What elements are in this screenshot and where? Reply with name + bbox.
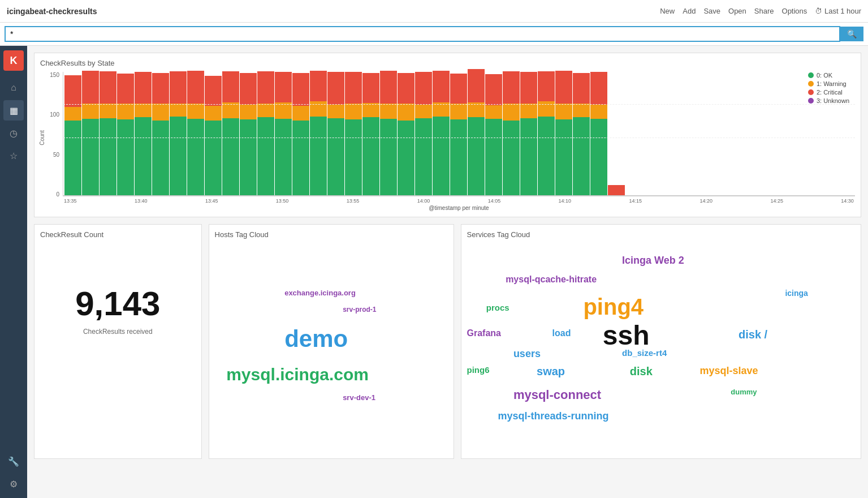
- sidebar-item-favorites[interactable]: ☆: [3, 145, 24, 166]
- bar-critical: [310, 71, 327, 102]
- tag-item[interactable]: mysql-threads-running: [498, 410, 608, 422]
- tag-item[interactable]: db_size-rt4: [622, 348, 667, 358]
- chart-title: CheckResults by State: [40, 59, 855, 67]
- tag-item[interactable]: procs: [486, 303, 509, 312]
- share-button[interactable]: Share: [754, 7, 774, 15]
- bar-critical: [380, 71, 397, 104]
- bar-ok: [415, 118, 432, 196]
- bar-group: [398, 73, 414, 196]
- tag-item[interactable]: load: [552, 328, 571, 338]
- legend-ok-label: 0: OK: [817, 72, 832, 79]
- search-input[interactable]: [5, 26, 840, 42]
- legend-unknown-label: 3: Unknown: [817, 97, 849, 104]
- bar-ok: [538, 117, 555, 196]
- bar-ok: [485, 119, 502, 196]
- hosts-title: Hosts Tag Cloud: [215, 230, 448, 239]
- open-button[interactable]: Open: [728, 7, 746, 15]
- bar-critical: [433, 71, 450, 102]
- tag-item[interactable]: ssh: [603, 320, 650, 351]
- legend-unknown-dot: [808, 98, 814, 104]
- bar-ok: [100, 118, 116, 196]
- searchbar: 🔍: [0, 23, 868, 46]
- tag-item[interactable]: srv-dev-1: [343, 393, 375, 402]
- count-label: CheckResults received: [40, 328, 196, 336]
- bar-ok: [362, 117, 379, 196]
- bar-warning: [64, 107, 81, 121]
- bar-group: [415, 72, 432, 196]
- services-title: Services Tag Cloud: [467, 230, 856, 239]
- bar-group: [362, 73, 379, 196]
- y-axis-title: Count: [39, 130, 45, 145]
- tag-item[interactable]: mysql-slave: [699, 365, 758, 377]
- sidebar-item-home[interactable]: ⌂: [3, 78, 24, 98]
- tag-item[interactable]: mysql-qcache-hitrate: [506, 274, 597, 285]
- bar-group: [555, 71, 572, 196]
- bar-critical: [187, 71, 204, 104]
- bar-ok: [310, 117, 327, 196]
- legend-ok-dot: [808, 72, 814, 78]
- bar-ok: [117, 119, 134, 196]
- bar-group: [590, 72, 607, 196]
- options-button[interactable]: Options: [782, 7, 807, 15]
- bar-warning: [468, 102, 485, 118]
- x-axis-label: @timestamp per minute: [63, 205, 855, 211]
- tag-item[interactable]: swap: [537, 365, 565, 378]
- sidebar: ⌂ ▦ ◷ ☆ 🔧 ⚙: [0, 46, 27, 498]
- bar-warning: [450, 104, 467, 119]
- tag-item[interactable]: exchange.icinga.org: [284, 289, 356, 297]
- tag-item[interactable]: ping6: [467, 365, 490, 375]
- tag-item[interactable]: Grafana: [467, 328, 501, 338]
- y-tick-50: 50: [53, 152, 59, 158]
- bar-warning: [205, 106, 222, 120]
- bar-ok: [205, 121, 222, 196]
- legend-ok: 0: OK: [808, 72, 849, 79]
- bar-group: [310, 71, 327, 196]
- bar-critical: [503, 71, 520, 104]
- bar-critical: [415, 72, 432, 104]
- bar-ok: [573, 117, 590, 196]
- count-title: CheckResult Count: [40, 230, 196, 239]
- bar-critical: [100, 71, 116, 104]
- timerange-button[interactable]: ⏱ Last 1 hour: [815, 7, 861, 15]
- bar-warning: [275, 102, 292, 119]
- bar-critical: [205, 76, 222, 106]
- sidebar-item-settings[interactable]: ⚙: [3, 474, 24, 494]
- tag-item[interactable]: demo: [284, 325, 348, 353]
- tag-item[interactable]: icinga: [785, 289, 807, 298]
- bar-group: [187, 71, 204, 196]
- topbar-actions: New Add Save Open Share Options ⏱ Last 1…: [660, 7, 861, 15]
- add-button[interactable]: Add: [683, 7, 696, 15]
- app-logo[interactable]: [3, 50, 24, 71]
- bar-warning: [362, 103, 379, 117]
- tag-item[interactable]: users: [513, 348, 541, 360]
- new-button[interactable]: New: [660, 7, 675, 15]
- hosts-tag-cloud: exchange.icinga.orgsrv-prod-1demomysql.i…: [215, 243, 448, 453]
- tag-item[interactable]: ping4: [583, 294, 644, 320]
- search-button[interactable]: 🔍: [840, 27, 863, 41]
- bar-ok: [345, 119, 362, 196]
- tag-item[interactable]: Icinga Web 2: [622, 255, 684, 267]
- x-axis: 13:35 13:40 13:45 13:50 13:55 14:00 14:0…: [63, 196, 855, 204]
- tag-item[interactable]: disk /: [739, 328, 767, 341]
- save-button[interactable]: Save: [703, 7, 720, 15]
- bar-group: [538, 71, 555, 196]
- x-tick-1430: 14:30: [841, 198, 854, 204]
- tag-item[interactable]: dummy: [731, 388, 757, 396]
- bar-warning: [292, 106, 309, 120]
- tag-item[interactable]: mysql-connect: [513, 388, 601, 402]
- x-tick-1355: 13:55: [347, 198, 360, 204]
- tag-item[interactable]: srv-prod-1: [343, 306, 376, 314]
- sidebar-item-monitoring[interactable]: ◷: [3, 123, 24, 143]
- bar-ok: [520, 118, 537, 196]
- sidebar-item-tools[interactable]: 🔧: [3, 451, 24, 471]
- tag-item[interactable]: mysql.icinga.com: [226, 365, 369, 384]
- bar-warning: [415, 105, 432, 118]
- sidebar-item-dashboard[interactable]: ▦: [3, 100, 24, 121]
- tag-item[interactable]: disk: [630, 365, 653, 378]
- bar-warning: [327, 105, 344, 118]
- page-title: icingabeat-checkresults: [7, 7, 97, 16]
- bar-group: [573, 73, 590, 196]
- bar-critical: [82, 71, 99, 104]
- bar-ok: [398, 121, 414, 196]
- bar-critical: [257, 71, 274, 104]
